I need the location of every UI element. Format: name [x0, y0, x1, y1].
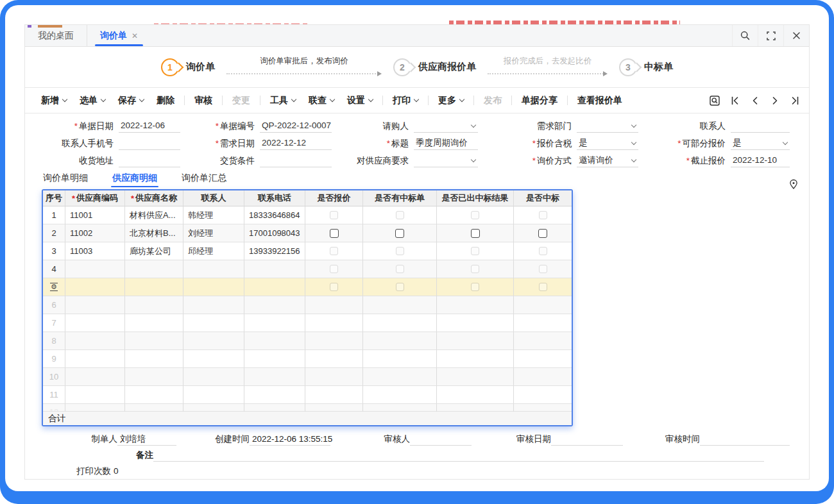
table-row[interactable]: 211002北京材料B...刘经理17001098043 — [43, 224, 572, 242]
cell-phone[interactable] — [244, 332, 305, 350]
field-contact-phone[interactable] — [119, 137, 180, 150]
field-contact[interactable] — [731, 119, 790, 133]
cell-name[interactable] — [125, 278, 183, 296]
cell-contact[interactable]: 韩经理 — [183, 206, 244, 224]
cell-name[interactable] — [125, 296, 183, 314]
cell-code[interactable] — [65, 332, 125, 350]
tab-close-icon[interactable]: ✕ — [132, 31, 138, 40]
toolbar-item-view-quotes[interactable]: 查看报价单 — [572, 92, 628, 109]
table-row[interactable]: 4 — [43, 260, 572, 278]
cell-code[interactable]: 11001 — [65, 206, 125, 224]
cell-contact[interactable]: 邱经理 — [183, 242, 244, 260]
cell-contact[interactable] — [183, 350, 244, 368]
cell-phone[interactable]: 18333646864 — [244, 206, 305, 224]
cell-name[interactable] — [125, 368, 183, 386]
toolbar-item-settings[interactable]: 设置 — [341, 92, 379, 109]
checkbox[interactable] — [539, 265, 547, 273]
cell-contact[interactable] — [183, 296, 244, 314]
locate-record-icon[interactable] — [709, 95, 720, 106]
field-delivery-terms[interactable] — [260, 154, 332, 167]
checkbox[interactable] — [330, 211, 338, 219]
checkbox[interactable] — [471, 283, 479, 291]
cell-code[interactable] — [65, 350, 125, 368]
cell-name[interactable]: 材料供应A... — [125, 206, 183, 224]
cell-phone[interactable] — [244, 260, 305, 278]
cell-name[interactable]: 廊坊某公司 — [125, 242, 183, 260]
cell-phone[interactable] — [244, 314, 305, 332]
subtab-supplier-detail[interactable]: 供应商明细 — [111, 167, 158, 189]
checkbox[interactable] — [539, 211, 547, 219]
cell-code[interactable]: 11003 — [65, 242, 125, 260]
toolbar-item-audit[interactable]: 审核 — [189, 92, 218, 109]
toolbar-item-delete[interactable]: 删除 — [151, 92, 180, 109]
cell-phone[interactable] — [244, 278, 305, 296]
cell-code[interactable] — [65, 404, 125, 412]
tab-inquiry[interactable]: 询价单 ✕ — [87, 25, 151, 46]
field-requester[interactable] — [414, 119, 478, 133]
field-delivery-address[interactable] — [119, 154, 180, 167]
cell-contact[interactable] — [183, 260, 244, 278]
table-row[interactable]: 10 — [43, 368, 572, 386]
toolbar-item-more[interactable]: 更多 — [432, 92, 470, 109]
toolbar-item-share[interactable]: 单据分享 — [516, 92, 563, 109]
cell-name[interactable]: 北京材料B... — [125, 224, 183, 242]
cell-code[interactable] — [65, 278, 125, 296]
table-row[interactable]: 311003廊坊某公司邱经理13933922156 — [43, 242, 572, 260]
first-record-icon[interactable] — [730, 96, 740, 106]
field-demand-date[interactable]: 2022-12-12 — [260, 137, 332, 150]
subtab-inquiry-detail[interactable]: 询价单明细 — [42, 167, 89, 189]
checkbox[interactable] — [396, 247, 404, 255]
table-row[interactable]: 11 — [43, 386, 572, 404]
row-settings-icon[interactable]: ⚙ — [50, 283, 58, 291]
field-quote-deadline[interactable]: 2022-12-10 — [731, 154, 790, 167]
toolbar-item-link-query[interactable]: 联查 — [303, 92, 340, 109]
field-demand-dept[interactable] — [577, 119, 638, 133]
checkbox[interactable] — [396, 283, 404, 291]
field-doc-no[interactable]: QP-2022-12-0007 — [260, 119, 332, 133]
cell-code[interactable]: 11002 — [65, 224, 125, 242]
checkbox[interactable] — [330, 229, 339, 238]
cell-phone[interactable] — [244, 350, 305, 368]
cell-code[interactable] — [65, 260, 125, 278]
cell-code[interactable] — [65, 314, 125, 332]
table-row[interactable]: 9 — [43, 350, 572, 368]
location-pin-icon[interactable] — [788, 179, 799, 190]
cell-name[interactable] — [125, 386, 183, 404]
cell-name[interactable] — [125, 314, 183, 332]
subtab-inquiry-summary[interactable]: 询价单汇总 — [180, 167, 228, 189]
tab-my-desktop[interactable]: 我的桌面 — [25, 25, 87, 46]
table-row[interactable]: 7 — [43, 314, 572, 332]
checkbox[interactable] — [539, 247, 547, 255]
checkbox[interactable] — [330, 283, 338, 291]
cell-code[interactable] — [65, 296, 125, 314]
field-inquiry-mode[interactable]: 邀请询价 — [577, 154, 638, 167]
cell-phone[interactable] — [244, 368, 305, 386]
close-icon[interactable] — [783, 25, 809, 46]
toolbar-item-tools[interactable]: 工具 — [264, 92, 302, 109]
cell-name[interactable] — [125, 260, 183, 278]
table-row[interactable]: 6 — [43, 296, 572, 314]
checkbox[interactable] — [471, 229, 480, 238]
cell-phone[interactable] — [244, 404, 305, 412]
checkbox[interactable] — [539, 283, 547, 291]
checkbox[interactable] — [471, 211, 479, 219]
cell-name[interactable] — [125, 332, 183, 350]
next-record-icon[interactable] — [770, 96, 780, 106]
field-title[interactable]: 季度周期询价 — [414, 137, 478, 150]
table-row[interactable]: 8 — [43, 332, 572, 350]
checkbox[interactable] — [396, 211, 404, 219]
cell-contact[interactable] — [183, 368, 244, 386]
cell-contact[interactable] — [183, 332, 244, 350]
remark-input[interactable] — [153, 449, 764, 462]
cell-contact[interactable] — [183, 386, 244, 404]
field-supplier-require[interactable] — [414, 154, 478, 167]
toolbar-item-pick[interactable]: 选单 — [74, 92, 111, 109]
field-partial-quote[interactable]: 是 — [731, 137, 790, 150]
field-quote-taxed[interactable]: 是 — [577, 137, 638, 150]
search-icon[interactable] — [732, 25, 758, 46]
prev-record-icon[interactable] — [750, 96, 760, 106]
cell-contact[interactable] — [183, 404, 244, 412]
toolbar-item-new[interactable]: 新增 — [35, 92, 72, 109]
cell-contact[interactable] — [183, 314, 244, 332]
table-row[interactable]: 12 — [43, 404, 572, 412]
